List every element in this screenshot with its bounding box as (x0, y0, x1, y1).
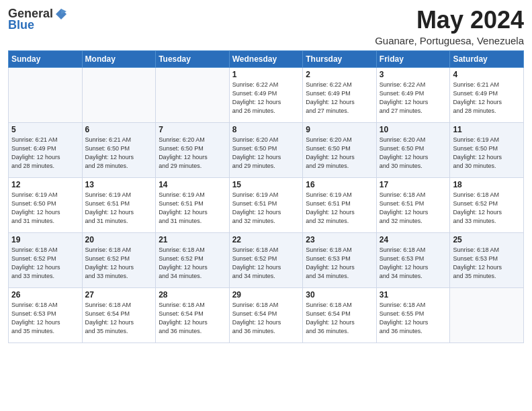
calendar-cell: 18Sunrise: 6:18 AMSunset: 6:52 PMDayligh… (450, 177, 524, 232)
calendar-cell (156, 67, 230, 122)
calendar-cell: 26Sunrise: 6:18 AMSunset: 6:53 PMDayligh… (9, 287, 83, 342)
month-year-title: May 2024 (375, 7, 524, 34)
day-number: 28 (159, 290, 226, 300)
day-info: Sunrise: 6:21 AMSunset: 6:50 PMDaylight:… (85, 136, 153, 171)
calendar-cell: 2Sunrise: 6:22 AMSunset: 6:49 PMDaylight… (303, 67, 377, 122)
day-info: Sunrise: 6:18 AMSunset: 6:55 PMDaylight:… (380, 301, 447, 336)
day-info: Sunrise: 6:18 AMSunset: 6:53 PMDaylight:… (306, 246, 373, 281)
calendar-cell: 8Sunrise: 6:20 AMSunset: 6:50 PMDaylight… (229, 122, 303, 177)
day-number: 26 (11, 290, 79, 300)
day-number: 4 (453, 70, 521, 79)
day-number: 5 (11, 125, 79, 134)
calendar-cell (82, 67, 156, 122)
day-info: Sunrise: 6:18 AMSunset: 6:53 PMDaylight:… (380, 246, 447, 281)
day-number: 21 (159, 235, 226, 244)
day-info: Sunrise: 6:18 AMSunset: 6:52 PMDaylight:… (159, 246, 226, 281)
day-number: 31 (380, 290, 447, 300)
calendar-cell: 22Sunrise: 6:18 AMSunset: 6:52 PMDayligh… (229, 232, 303, 287)
calendar-cell: 25Sunrise: 6:18 AMSunset: 6:53 PMDayligh… (450, 232, 524, 287)
day-number: 1 (232, 70, 300, 79)
calendar-cell: 30Sunrise: 6:18 AMSunset: 6:54 PMDayligh… (303, 287, 377, 342)
day-info: Sunrise: 6:18 AMSunset: 6:53 PMDaylight:… (453, 246, 521, 281)
calendar-cell: 20Sunrise: 6:18 AMSunset: 6:52 PMDayligh… (82, 232, 156, 287)
day-info: Sunrise: 6:22 AMSunset: 6:49 PMDaylight:… (306, 81, 373, 116)
day-number: 20 (85, 235, 153, 244)
day-info: Sunrise: 6:19 AMSunset: 6:50 PMDaylight:… (11, 191, 79, 226)
header-monday: Monday (82, 50, 156, 67)
calendar-cell: 3Sunrise: 6:22 AMSunset: 6:49 PMDaylight… (376, 67, 450, 122)
day-number: 13 (85, 180, 153, 189)
calendar-cell (450, 287, 524, 342)
calendar-cell: 6Sunrise: 6:21 AMSunset: 6:50 PMDaylight… (82, 122, 156, 177)
day-number: 2 (306, 70, 373, 79)
calendar-cell: 5Sunrise: 6:21 AMSunset: 6:49 PMDaylight… (9, 122, 83, 177)
calendar-cell: 14Sunrise: 6:19 AMSunset: 6:51 PMDayligh… (156, 177, 230, 232)
location-subtitle: Guanare, Portuguesa, Venezuela (375, 35, 524, 46)
day-info: Sunrise: 6:18 AMSunset: 6:54 PMDaylight:… (85, 301, 153, 336)
calendar-cell: 4Sunrise: 6:21 AMSunset: 6:49 PMDaylight… (450, 67, 524, 122)
day-info: Sunrise: 6:21 AMSunset: 6:49 PMDaylight:… (11, 136, 79, 171)
day-info: Sunrise: 6:20 AMSunset: 6:50 PMDaylight:… (306, 136, 373, 171)
day-number: 18 (453, 180, 521, 189)
calendar-cell: 12Sunrise: 6:19 AMSunset: 6:50 PMDayligh… (9, 177, 83, 232)
week-row-4: 19Sunrise: 6:18 AMSunset: 6:52 PMDayligh… (9, 232, 524, 287)
day-info: Sunrise: 6:19 AMSunset: 6:51 PMDaylight:… (85, 191, 153, 226)
calendar-cell: 7Sunrise: 6:20 AMSunset: 6:50 PMDaylight… (156, 122, 230, 177)
week-row-5: 26Sunrise: 6:18 AMSunset: 6:53 PMDayligh… (9, 287, 524, 342)
day-info: Sunrise: 6:18 AMSunset: 6:53 PMDaylight:… (11, 301, 79, 336)
calendar-cell: 23Sunrise: 6:18 AMSunset: 6:53 PMDayligh… (303, 232, 377, 287)
calendar-cell: 21Sunrise: 6:18 AMSunset: 6:52 PMDayligh… (156, 232, 230, 287)
day-info: Sunrise: 6:19 AMSunset: 6:51 PMDaylight:… (306, 191, 373, 226)
weekday-header-row: Sunday Monday Tuesday Wednesday Thursday… (9, 50, 524, 67)
day-info: Sunrise: 6:18 AMSunset: 6:54 PMDaylight:… (306, 301, 373, 336)
day-number: 11 (453, 125, 521, 134)
day-number: 12 (11, 180, 79, 189)
calendar-table: Sunday Monday Tuesday Wednesday Thursday… (8, 50, 524, 343)
day-info: Sunrise: 6:18 AMSunset: 6:51 PMDaylight:… (380, 191, 447, 226)
calendar-cell: 10Sunrise: 6:20 AMSunset: 6:50 PMDayligh… (376, 122, 450, 177)
calendar-cell (9, 67, 83, 122)
calendar-cell: 9Sunrise: 6:20 AMSunset: 6:50 PMDaylight… (303, 122, 377, 177)
calendar-cell: 24Sunrise: 6:18 AMSunset: 6:53 PMDayligh… (376, 232, 450, 287)
day-number: 29 (232, 290, 300, 300)
calendar-cell: 16Sunrise: 6:19 AMSunset: 6:51 PMDayligh… (303, 177, 377, 232)
day-number: 6 (85, 125, 153, 134)
day-number: 7 (159, 125, 226, 134)
calendar-cell: 31Sunrise: 6:18 AMSunset: 6:55 PMDayligh… (376, 287, 450, 342)
day-info: Sunrise: 6:21 AMSunset: 6:49 PMDaylight:… (453, 81, 521, 116)
day-info: Sunrise: 6:18 AMSunset: 6:52 PMDaylight:… (453, 191, 521, 226)
day-info: Sunrise: 6:18 AMSunset: 6:54 PMDaylight:… (159, 301, 226, 336)
day-info: Sunrise: 6:18 AMSunset: 6:52 PMDaylight:… (85, 246, 153, 281)
day-number: 24 (380, 235, 447, 244)
logo: General Blue (8, 7, 68, 32)
day-number: 27 (85, 290, 153, 300)
day-info: Sunrise: 6:18 AMSunset: 6:54 PMDaylight:… (232, 301, 300, 336)
calendar-cell: 15Sunrise: 6:19 AMSunset: 6:51 PMDayligh… (229, 177, 303, 232)
day-number: 10 (380, 125, 447, 134)
header-wednesday: Wednesday (229, 50, 303, 67)
header-tuesday: Tuesday (156, 50, 230, 67)
header-sunday: Sunday (9, 50, 83, 67)
day-number: 3 (380, 70, 447, 79)
day-info: Sunrise: 6:19 AMSunset: 6:51 PMDaylight:… (232, 191, 300, 226)
day-info: Sunrise: 6:20 AMSunset: 6:50 PMDaylight:… (380, 136, 447, 171)
day-number: 15 (232, 180, 300, 189)
day-info: Sunrise: 6:19 AMSunset: 6:50 PMDaylight:… (453, 136, 521, 171)
week-row-3: 12Sunrise: 6:19 AMSunset: 6:50 PMDayligh… (9, 177, 524, 232)
day-number: 17 (380, 180, 447, 189)
day-number: 19 (11, 235, 79, 244)
week-row-1: 1Sunrise: 6:22 AMSunset: 6:49 PMDaylight… (9, 67, 524, 122)
title-block: May 2024 Guanare, Portuguesa, Venezuela (375, 7, 524, 46)
logo-blue-text: Blue (8, 18, 34, 32)
day-info: Sunrise: 6:22 AMSunset: 6:49 PMDaylight:… (380, 81, 447, 116)
calendar-cell: 27Sunrise: 6:18 AMSunset: 6:54 PMDayligh… (82, 287, 156, 342)
calendar-cell: 13Sunrise: 6:19 AMSunset: 6:51 PMDayligh… (82, 177, 156, 232)
calendar-cell: 29Sunrise: 6:18 AMSunset: 6:54 PMDayligh… (229, 287, 303, 342)
day-number: 30 (306, 290, 373, 300)
calendar-cell: 17Sunrise: 6:18 AMSunset: 6:51 PMDayligh… (376, 177, 450, 232)
week-row-2: 5Sunrise: 6:21 AMSunset: 6:49 PMDaylight… (9, 122, 524, 177)
calendar-cell: 1Sunrise: 6:22 AMSunset: 6:49 PMDaylight… (229, 67, 303, 122)
day-number: 8 (232, 125, 300, 134)
day-number: 16 (306, 180, 373, 189)
calendar-cell: 11Sunrise: 6:19 AMSunset: 6:50 PMDayligh… (450, 122, 524, 177)
